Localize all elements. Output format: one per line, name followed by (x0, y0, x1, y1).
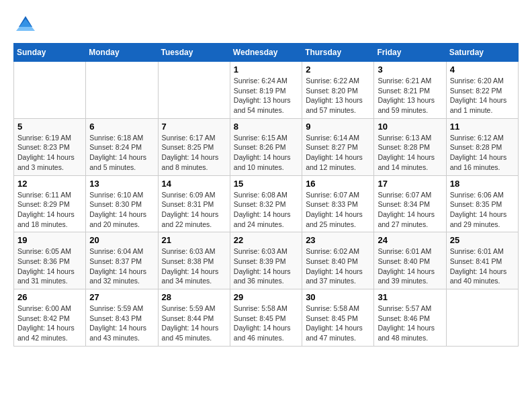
day-info: Sunrise: 6:07 AM Sunset: 8:34 PM Dayligh… (378, 190, 442, 230)
calendar-cell: 23Sunrise: 6:02 AM Sunset: 8:40 PM Dayli… (302, 232, 374, 289)
day-number: 4 (450, 64, 515, 75)
calendar-cell: 9Sunrise: 6:14 AM Sunset: 8:27 PM Daylig… (302, 118, 374, 175)
calendar-cell: 24Sunrise: 6:01 AM Sunset: 8:40 PM Dayli… (374, 232, 446, 289)
page-header (13, 13, 519, 32)
day-info: Sunrise: 6:20 AM Sunset: 8:22 PM Dayligh… (450, 76, 515, 116)
calendar-cell: 27Sunrise: 5:59 AM Sunset: 8:43 PM Dayli… (86, 289, 158, 347)
logo-icon (16, 13, 35, 32)
day-number: 16 (306, 179, 370, 189)
day-info: Sunrise: 6:06 AM Sunset: 8:35 PM Dayligh… (450, 190, 515, 230)
day-info: Sunrise: 5:59 AM Sunset: 8:43 PM Dayligh… (89, 304, 154, 343)
day-info: Sunrise: 6:01 AM Sunset: 8:40 PM Dayligh… (378, 246, 442, 286)
calendar-cell: 17Sunrise: 6:07 AM Sunset: 8:34 PM Dayli… (374, 175, 446, 232)
day-number: 7 (162, 122, 226, 132)
day-info: Sunrise: 6:08 AM Sunset: 8:32 PM Dayligh… (234, 190, 298, 230)
day-info: Sunrise: 6:07 AM Sunset: 8:33 PM Dayligh… (306, 190, 370, 230)
calendar-cell: 7Sunrise: 6:17 AM Sunset: 8:25 PM Daylig… (158, 118, 230, 175)
calendar-cell: 11Sunrise: 6:12 AM Sunset: 8:28 PM Dayli… (446, 118, 518, 175)
day-info: Sunrise: 5:58 AM Sunset: 8:45 PM Dayligh… (234, 304, 298, 343)
weekday-header-thursday: Thursday (302, 44, 374, 62)
day-info: Sunrise: 5:57 AM Sunset: 8:46 PM Dayligh… (378, 304, 442, 343)
weekday-header-tuesday: Tuesday (158, 44, 230, 62)
weekday-header-sunday: Sunday (14, 44, 86, 62)
calendar-cell: 14Sunrise: 6:09 AM Sunset: 8:31 PM Dayli… (158, 175, 230, 232)
calendar-cell: 26Sunrise: 6:00 AM Sunset: 8:42 PM Dayli… (14, 289, 86, 347)
day-number: 9 (306, 122, 370, 132)
calendar-cell: 31Sunrise: 5:57 AM Sunset: 8:46 PM Dayli… (374, 289, 446, 347)
day-info: Sunrise: 6:17 AM Sunset: 8:25 PM Dayligh… (162, 133, 226, 173)
day-number: 24 (378, 235, 442, 245)
day-info: Sunrise: 6:18 AM Sunset: 8:24 PM Dayligh… (89, 133, 154, 173)
day-number: 29 (234, 292, 298, 302)
calendar-table: SundayMondayTuesdayWednesdayThursdayFrid… (13, 43, 519, 347)
calendar-cell: 13Sunrise: 6:10 AM Sunset: 8:30 PM Dayli… (86, 175, 158, 232)
day-info: Sunrise: 6:04 AM Sunset: 8:37 PM Dayligh… (89, 246, 154, 286)
calendar-cell: 3Sunrise: 6:21 AM Sunset: 8:21 PM Daylig… (374, 62, 446, 119)
day-number: 22 (234, 235, 298, 245)
svg-marker-1 (16, 19, 35, 31)
day-number: 31 (378, 292, 442, 302)
calendar-cell: 29Sunrise: 5:58 AM Sunset: 8:45 PM Dayli… (230, 289, 302, 347)
weekday-header-wednesday: Wednesday (230, 44, 302, 62)
day-number: 28 (162, 292, 226, 302)
day-number: 1 (234, 64, 298, 75)
day-info: Sunrise: 6:02 AM Sunset: 8:40 PM Dayligh… (306, 246, 370, 286)
calendar-cell: 4Sunrise: 6:20 AM Sunset: 8:22 PM Daylig… (446, 62, 518, 119)
day-info: Sunrise: 6:13 AM Sunset: 8:28 PM Dayligh… (378, 133, 442, 173)
day-info: Sunrise: 6:11 AM Sunset: 8:29 PM Dayligh… (17, 190, 82, 230)
day-number: 15 (234, 179, 298, 189)
calendar-cell: 25Sunrise: 6:01 AM Sunset: 8:41 PM Dayli… (446, 232, 518, 289)
day-info: Sunrise: 6:15 AM Sunset: 8:26 PM Dayligh… (234, 133, 298, 173)
day-number: 3 (378, 64, 442, 75)
calendar-cell: 28Sunrise: 5:59 AM Sunset: 8:44 PM Dayli… (158, 289, 230, 347)
calendar-week-row: 5Sunrise: 6:19 AM Sunset: 8:23 PM Daylig… (14, 118, 519, 175)
day-number: 10 (378, 122, 442, 132)
day-info: Sunrise: 6:09 AM Sunset: 8:31 PM Dayligh… (162, 190, 226, 230)
calendar-cell: 30Sunrise: 5:58 AM Sunset: 8:45 PM Dayli… (302, 289, 374, 347)
day-info: Sunrise: 6:22 AM Sunset: 8:20 PM Dayligh… (306, 76, 370, 116)
day-info: Sunrise: 6:19 AM Sunset: 8:23 PM Dayligh… (17, 133, 82, 173)
calendar-cell (158, 62, 230, 119)
weekday-header-monday: Monday (86, 44, 158, 62)
day-info: Sunrise: 6:12 AM Sunset: 8:28 PM Dayligh… (450, 133, 515, 173)
day-number: 27 (89, 292, 154, 302)
calendar-cell: 8Sunrise: 6:15 AM Sunset: 8:26 PM Daylig… (230, 118, 302, 175)
day-number: 12 (17, 179, 82, 189)
day-number: 23 (306, 235, 370, 245)
day-number: 5 (17, 122, 82, 132)
day-info: Sunrise: 5:59 AM Sunset: 8:44 PM Dayligh… (162, 304, 226, 343)
calendar-week-row: 26Sunrise: 6:00 AM Sunset: 8:42 PM Dayli… (14, 289, 519, 347)
day-number: 26 (17, 292, 82, 302)
calendar-cell (14, 62, 86, 119)
weekday-header-row: SundayMondayTuesdayWednesdayThursdayFrid… (14, 44, 519, 62)
calendar-cell: 10Sunrise: 6:13 AM Sunset: 8:28 PM Dayli… (374, 118, 446, 175)
logo (13, 13, 35, 32)
calendar-cell: 16Sunrise: 6:07 AM Sunset: 8:33 PM Dayli… (302, 175, 374, 232)
calendar-week-row: 12Sunrise: 6:11 AM Sunset: 8:29 PM Dayli… (14, 175, 519, 232)
day-number: 17 (378, 179, 442, 189)
calendar-cell: 6Sunrise: 6:18 AM Sunset: 8:24 PM Daylig… (86, 118, 158, 175)
day-info: Sunrise: 6:00 AM Sunset: 8:42 PM Dayligh… (17, 304, 82, 343)
day-info: Sunrise: 6:21 AM Sunset: 8:21 PM Dayligh… (378, 76, 442, 116)
day-number: 6 (89, 122, 154, 132)
day-info: Sunrise: 6:14 AM Sunset: 8:27 PM Dayligh… (306, 133, 370, 173)
calendar-cell: 15Sunrise: 6:08 AM Sunset: 8:32 PM Dayli… (230, 175, 302, 232)
calendar-cell: 21Sunrise: 6:03 AM Sunset: 8:38 PM Dayli… (158, 232, 230, 289)
day-number: 18 (450, 179, 515, 189)
day-number: 11 (450, 122, 515, 132)
calendar-cell: 19Sunrise: 6:05 AM Sunset: 8:36 PM Dayli… (14, 232, 86, 289)
day-info: Sunrise: 6:01 AM Sunset: 8:41 PM Dayligh… (450, 246, 515, 286)
day-info: Sunrise: 6:03 AM Sunset: 8:38 PM Dayligh… (162, 246, 226, 286)
day-number: 25 (450, 235, 515, 245)
day-number: 8 (234, 122, 298, 132)
day-info: Sunrise: 6:10 AM Sunset: 8:30 PM Dayligh… (89, 190, 154, 230)
day-number: 20 (89, 235, 154, 245)
day-number: 14 (162, 179, 226, 189)
calendar-cell: 18Sunrise: 6:06 AM Sunset: 8:35 PM Dayli… (446, 175, 518, 232)
day-number: 30 (306, 292, 370, 302)
day-number: 2 (306, 64, 370, 75)
day-info: Sunrise: 6:24 AM Sunset: 8:19 PM Dayligh… (234, 76, 298, 116)
calendar-cell: 12Sunrise: 6:11 AM Sunset: 8:29 PM Dayli… (14, 175, 86, 232)
day-info: Sunrise: 6:03 AM Sunset: 8:39 PM Dayligh… (234, 246, 298, 286)
calendar-week-row: 1Sunrise: 6:24 AM Sunset: 8:19 PM Daylig… (14, 62, 519, 119)
